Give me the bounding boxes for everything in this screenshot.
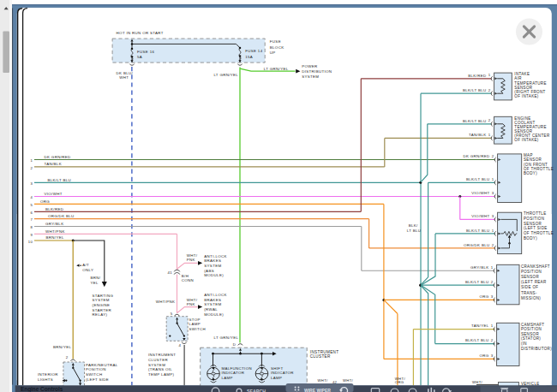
svg-text:TAN/BLK: TAN/BLK [469,133,486,137]
svg-text:(IN: (IN [521,342,527,346]
svg-text:3: 3 [492,191,494,195]
svg-text:SYSTEM: SYSTEM [302,74,319,79]
svg-text:STARTER: STARTER [93,308,112,312]
svg-text:BLK/LT BLU: BLK/LT BLU [465,338,489,342]
svg-text:4: 4 [178,343,181,347]
svg-text:WHT/PNK: WHT/PNK [45,229,65,234]
svg-text:VEHICLE: VEHICLE [521,382,540,386]
svg-text:LAMP: LAMP [271,376,282,380]
svg-text:ANTI-LOCK: ANTI-LOCK [204,293,227,297]
svg-text:10: 10 [28,240,33,244]
svg-text:MALFUNCTION: MALFUNCTION [221,366,252,371]
svg-text:LIGHTS: LIGHTS [38,377,53,382]
svg-text:(RWAL: (RWAL [204,307,218,312]
svg-text:POWER: POWER [302,64,317,68]
svg-text:3: 3 [491,353,494,358]
svg-text:DK GRN/RED: DK GRN/RED [45,155,71,159]
svg-text:BRAKES: BRAKES [204,298,221,302]
svg-text:WHT/: WHT/ [343,378,354,383]
svg-text:VIO/WHT: VIO/WHT [45,192,63,196]
svg-text:D: D [233,342,237,347]
svg-text:POSITION: POSITION [521,270,542,274]
svg-text:CLUSTER: CLUSTER [148,358,168,362]
svg-text:BLK/LT BLU: BLK/LT BLU [463,88,487,92]
svg-text:3: 3 [492,214,494,218]
svg-text:BRAKES: BRAKES [204,258,221,263]
svg-text:PNK: PNK [187,258,195,262]
svg-text:BRN/YEL: BRN/YEL [53,345,71,349]
svg-text:BLK/LT BLU: BLK/LT BLU [465,280,489,284]
svg-text:WIRE WIPER: WIRE WIPER [304,388,331,392]
svg-text:MODULE): MODULE) [204,273,224,277]
svg-text:TAN/BLK: TAN/BLK [45,162,62,166]
svg-text:BLK/LT BLU: BLK/LT BLU [466,229,490,233]
svg-text:4: 4 [31,195,33,199]
svg-text:SENSOR: SENSOR [521,275,540,279]
svg-text:2: 2 [31,166,33,170]
svg-text:RELAY): RELAY) [93,312,108,317]
svg-text:LT GRN/YEL: LT GRN/YEL [264,67,289,71]
svg-text:ORG/DK BLU: ORG/DK BLU [48,214,75,218]
svg-text:POSITION: POSITION [521,327,542,331]
svg-text:INTERIOR: INTERIOR [38,372,58,377]
svg-text:BRN/YEL: BRN/YEL [46,235,64,240]
svg-text:TEMP LAMP): TEMP LAMP) [148,372,174,377]
svg-text:MODULE): MODULE) [204,312,224,317]
svg-text:ORG/DK BLU: ORG/DK BLU [464,243,490,247]
svg-text:1: 1 [31,158,33,163]
svg-text:3: 3 [491,294,494,299]
svg-text:1: 1 [491,265,494,270]
svg-text:WHT/PNK: WHT/PNK [156,300,176,304]
svg-text:PNK: PNK [187,302,195,306]
svg-text:SYSTEM: SYSTEM [204,264,221,268]
svg-text:WHT/: WHT/ [318,378,329,383]
svg-text:DK GRN/RED: DK GRN/RED [463,154,489,158]
svg-text:Engine Controls: Engine Controls [21,386,63,392]
svg-text:ORG: ORG [479,353,488,358]
svg-text:LT GRN/YEL: LT GRN/YEL [213,73,238,77]
svg-text:ANTI-LOCK: ANTI-LOCK [204,254,227,258]
svg-text:2: 2 [488,118,491,122]
svg-text:BLK/LT BLU: BLK/LT BLU [466,177,490,181]
svg-text:SENSOR: SENSOR [521,332,540,336]
svg-text:5: 5 [31,203,33,207]
svg-text:LAMP: LAMP [221,376,232,380]
svg-text:INDICATOR: INDICATOR [271,371,294,375]
svg-text:FUSE: FUSE [270,39,281,44]
svg-text:BLK/RED: BLK/RED [45,207,63,211]
svg-text:42: 42 [332,380,338,384]
svg-text:(ABS: (ABS [204,269,214,273]
svg-text:2: 2 [491,338,494,342]
svg-text:VIO/WHT: VIO/WHT [471,214,489,218]
svg-text:ORG: ORG [479,294,488,299]
svg-text:15A: 15A [245,55,253,59]
svg-text:VIO/WHT: VIO/WHT [471,191,489,195]
svg-text:5A: 5A [137,55,142,59]
svg-text:ORG: ORG [395,380,404,384]
svg-text:FUSE 14: FUSE 14 [245,49,262,53]
svg-text:3: 3 [31,181,33,186]
svg-text:(STATOR): (STATOR) [521,336,541,341]
svg-text:9: 9 [31,233,33,237]
svg-text:1: 1 [491,324,494,328]
svg-text:GRY/BLK: GRY/BLK [470,265,488,270]
svg-text:YEL: YEL [90,281,99,285]
svg-text:8: 8 [31,225,33,229]
svg-text:1: 1 [492,229,494,233]
svg-text:BLK/RED: BLK/RED [468,74,486,78]
svg-text:UP: UP [270,50,276,55]
svg-text:1: 1 [488,133,491,137]
svg-text:SHIFT: SHIFT [271,366,283,371]
svg-text:2: 2 [66,355,69,359]
svg-text:41: 41 [167,270,172,275]
svg-text:(LEFT REAR: (LEFT REAR [521,280,547,284]
svg-text:BLOCK: BLOCK [270,45,284,50]
svg-text:STOP: STOP [189,318,201,322]
svg-text:DISTRIBUTOR): DISTRIBUTOR) [521,347,552,351]
svg-text:(LEFT SIDE: (LEFT SIDE [86,377,109,382]
svg-text:OF THROTTLE: OF THROTTLE [524,231,554,235]
svg-text:2: 2 [492,243,494,247]
svg-text:TRANS-: TRANS- [521,291,537,295]
svg-text:MISSION): MISSION) [521,296,541,300]
svg-text:SENSOR: SENSOR [524,222,542,226]
